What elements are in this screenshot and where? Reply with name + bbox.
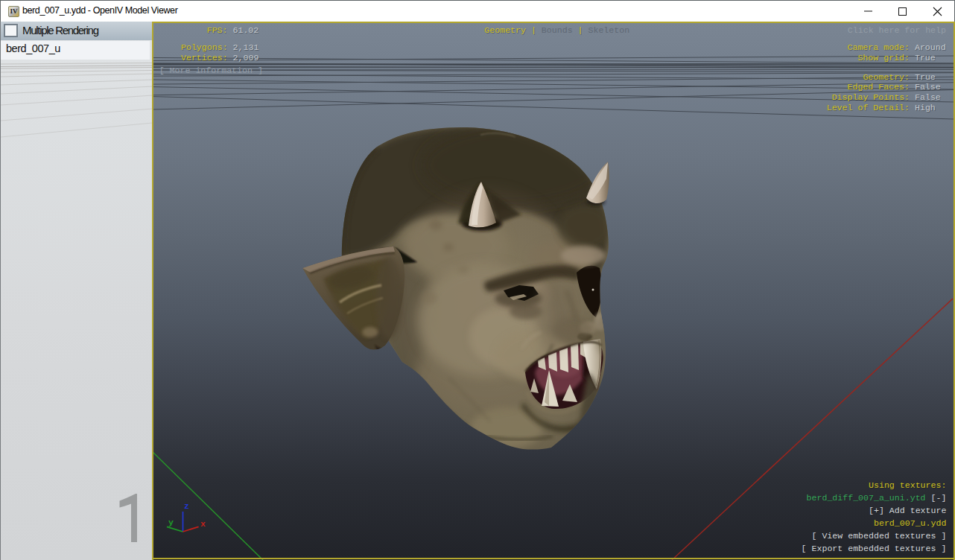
svg-text:x: x [200,519,206,529]
svg-text:y: y [168,518,174,527]
svg-text:z: z [184,501,189,511]
